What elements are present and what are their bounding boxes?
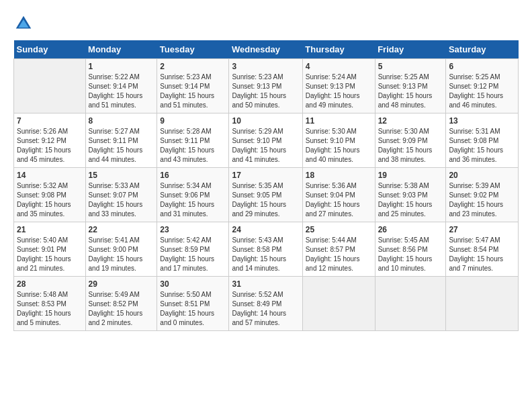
calendar-header-monday: Monday	[85, 40, 157, 59]
day-number: 22	[89, 225, 154, 234]
calendar-header-tuesday: Tuesday	[157, 40, 229, 59]
day-number: 25	[306, 225, 372, 234]
calendar-cell: 16Sunrise: 5:34 AMSunset: 9:06 PMDayligh…	[157, 168, 229, 222]
calendar-cell: 30Sunrise: 5:50 AMSunset: 8:51 PMDayligh…	[157, 277, 229, 331]
day-number: 24	[232, 225, 299, 234]
day-number: 19	[378, 171, 443, 180]
day-info: Sunrise: 5:50 AMSunset: 8:51 PMDaylight:…	[160, 290, 226, 328]
calendar-header-sunday: Sunday	[14, 40, 86, 59]
calendar-header-row: SundayMondayTuesdayWednesdayThursdayFrid…	[14, 40, 519, 59]
calendar-cell: 27Sunrise: 5:47 AMSunset: 8:54 PMDayligh…	[446, 222, 519, 277]
day-info: Sunrise: 5:23 AMSunset: 9:13 PMDaylight:…	[232, 73, 299, 110]
calendar-cell	[302, 277, 375, 331]
day-number: 20	[449, 171, 515, 180]
day-number: 23	[160, 225, 226, 234]
day-number: 6	[449, 62, 515, 71]
calendar-cell: 28Sunrise: 5:48 AMSunset: 8:53 PMDayligh…	[14, 277, 86, 331]
day-number: 12	[378, 116, 443, 126]
calendar-cell: 5Sunrise: 5:25 AMSunset: 9:13 PMDaylight…	[375, 59, 446, 113]
day-info: Sunrise: 5:41 AMSunset: 9:00 PMDaylight:…	[89, 236, 154, 273]
calendar-week-3: 14Sunrise: 5:32 AMSunset: 9:08 PMDayligh…	[14, 168, 519, 222]
day-info: Sunrise: 5:30 AMSunset: 9:09 PMDaylight:…	[378, 127, 443, 165]
calendar-cell: 20Sunrise: 5:39 AMSunset: 9:02 PMDayligh…	[446, 168, 519, 222]
day-info: Sunrise: 5:39 AMSunset: 9:02 PMDaylight:…	[449, 181, 515, 219]
day-info: Sunrise: 5:22 AMSunset: 9:14 PMDaylight:…	[89, 73, 154, 110]
day-info: Sunrise: 5:26 AMSunset: 9:12 PMDaylight:…	[17, 127, 83, 165]
calendar-body: 1Sunrise: 5:22 AMSunset: 9:14 PMDaylight…	[14, 59, 519, 331]
day-number: 30	[160, 279, 226, 289]
day-info: Sunrise: 5:43 AMSunset: 8:58 PMDaylight:…	[232, 236, 299, 273]
day-info: Sunrise: 5:38 AMSunset: 9:03 PMDaylight:…	[378, 181, 443, 219]
day-info: Sunrise: 5:29 AMSunset: 9:10 PMDaylight:…	[232, 127, 299, 165]
day-number: 4	[306, 62, 372, 71]
calendar-header-saturday: Saturday	[446, 40, 519, 59]
day-info: Sunrise: 5:40 AMSunset: 9:01 PMDaylight:…	[17, 236, 83, 273]
calendar-cell: 8Sunrise: 5:27 AMSunset: 9:11 PMDaylight…	[85, 113, 157, 168]
day-info: Sunrise: 5:25 AMSunset: 9:12 PMDaylight:…	[449, 73, 515, 110]
calendar-cell: 4Sunrise: 5:24 AMSunset: 9:13 PMDaylight…	[302, 59, 375, 113]
calendar-cell: 10Sunrise: 5:29 AMSunset: 9:10 PMDayligh…	[229, 113, 302, 168]
calendar-header-friday: Friday	[375, 40, 446, 59]
day-number: 1	[89, 62, 154, 71]
logo	[13, 13, 36, 34]
day-number: 13	[449, 116, 515, 126]
calendar-cell: 26Sunrise: 5:45 AMSunset: 8:56 PMDayligh…	[375, 222, 446, 277]
day-info: Sunrise: 5:31 AMSunset: 9:08 PMDaylight:…	[449, 127, 515, 165]
day-info: Sunrise: 5:23 AMSunset: 9:14 PMDaylight:…	[160, 73, 226, 110]
day-info: Sunrise: 5:32 AMSunset: 9:08 PMDaylight:…	[17, 181, 83, 219]
day-number: 18	[306, 171, 372, 180]
calendar-table: SundayMondayTuesdayWednesdayThursdayFrid…	[13, 40, 519, 331]
calendar-week-4: 21Sunrise: 5:40 AMSunset: 9:01 PMDayligh…	[14, 222, 519, 277]
calendar-cell: 13Sunrise: 5:31 AMSunset: 9:08 PMDayligh…	[446, 113, 519, 168]
calendar-header-wednesday: Wednesday	[229, 40, 302, 59]
day-info: Sunrise: 5:52 AMSunset: 8:49 PMDaylight:…	[232, 290, 299, 328]
day-number: 7	[17, 116, 83, 126]
day-info: Sunrise: 5:33 AMSunset: 9:07 PMDaylight:…	[89, 181, 154, 219]
calendar-cell: 9Sunrise: 5:28 AMSunset: 9:11 PMDaylight…	[157, 113, 229, 168]
day-number: 5	[378, 62, 443, 71]
day-number: 15	[89, 171, 154, 180]
calendar-cell: 14Sunrise: 5:32 AMSunset: 9:08 PMDayligh…	[14, 168, 86, 222]
day-number: 2	[160, 62, 226, 71]
day-number: 26	[378, 225, 443, 234]
day-info: Sunrise: 5:42 AMSunset: 8:59 PMDaylight:…	[160, 236, 226, 273]
calendar-cell: 19Sunrise: 5:38 AMSunset: 9:03 PMDayligh…	[375, 168, 446, 222]
day-info: Sunrise: 5:44 AMSunset: 8:57 PMDaylight:…	[306, 236, 372, 273]
day-number: 17	[232, 171, 299, 180]
day-number: 8	[89, 116, 154, 126]
day-info: Sunrise: 5:27 AMSunset: 9:11 PMDaylight:…	[89, 127, 154, 165]
day-info: Sunrise: 5:45 AMSunset: 8:56 PMDaylight:…	[378, 236, 443, 273]
calendar-cell: 22Sunrise: 5:41 AMSunset: 9:00 PMDayligh…	[85, 222, 157, 277]
day-number: 10	[232, 116, 299, 126]
calendar-cell: 1Sunrise: 5:22 AMSunset: 9:14 PMDaylight…	[85, 59, 157, 113]
day-info: Sunrise: 5:35 AMSunset: 9:05 PMDaylight:…	[232, 181, 299, 219]
page-header	[13, 13, 519, 34]
day-number: 28	[17, 279, 83, 289]
calendar-cell: 29Sunrise: 5:49 AMSunset: 8:52 PMDayligh…	[85, 277, 157, 331]
day-number: 29	[89, 279, 154, 289]
calendar-cell: 18Sunrise: 5:36 AMSunset: 9:04 PMDayligh…	[302, 168, 375, 222]
calendar-cell: 6Sunrise: 5:25 AMSunset: 9:12 PMDaylight…	[446, 59, 519, 113]
calendar-cell: 23Sunrise: 5:42 AMSunset: 8:59 PMDayligh…	[157, 222, 229, 277]
calendar-cell: 3Sunrise: 5:23 AMSunset: 9:13 PMDaylight…	[229, 59, 302, 113]
calendar-cell	[14, 59, 86, 113]
day-info: Sunrise: 5:36 AMSunset: 9:04 PMDaylight:…	[306, 181, 372, 219]
calendar-cell: 21Sunrise: 5:40 AMSunset: 9:01 PMDayligh…	[14, 222, 86, 277]
day-number: 14	[17, 171, 83, 180]
day-number: 31	[232, 279, 299, 289]
day-number: 11	[306, 116, 372, 126]
day-info: Sunrise: 5:25 AMSunset: 9:13 PMDaylight:…	[378, 73, 443, 110]
day-number: 16	[160, 171, 226, 180]
day-info: Sunrise: 5:30 AMSunset: 9:10 PMDaylight:…	[306, 127, 372, 165]
logo-icon	[13, 13, 34, 34]
day-info: Sunrise: 5:49 AMSunset: 8:52 PMDaylight:…	[89, 290, 154, 328]
calendar-cell: 17Sunrise: 5:35 AMSunset: 9:05 PMDayligh…	[229, 168, 302, 222]
day-info: Sunrise: 5:24 AMSunset: 9:13 PMDaylight:…	[306, 73, 372, 110]
day-info: Sunrise: 5:34 AMSunset: 9:06 PMDaylight:…	[160, 181, 226, 219]
day-info: Sunrise: 5:48 AMSunset: 8:53 PMDaylight:…	[17, 290, 83, 328]
calendar-cell	[375, 277, 446, 331]
day-number: 21	[17, 225, 83, 234]
calendar-cell: 11Sunrise: 5:30 AMSunset: 9:10 PMDayligh…	[302, 113, 375, 168]
calendar-week-1: 1Sunrise: 5:22 AMSunset: 9:14 PMDaylight…	[14, 59, 519, 113]
calendar-cell: 25Sunrise: 5:44 AMSunset: 8:57 PMDayligh…	[302, 222, 375, 277]
